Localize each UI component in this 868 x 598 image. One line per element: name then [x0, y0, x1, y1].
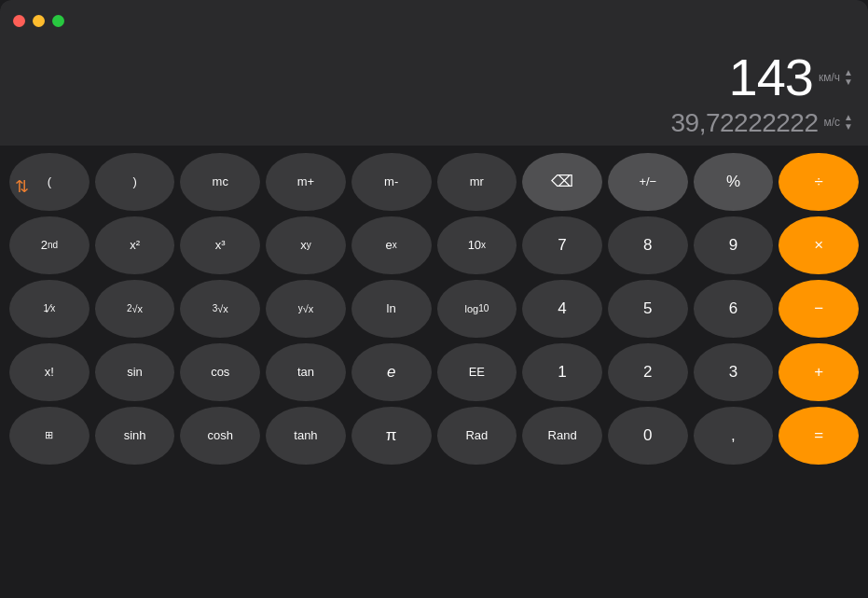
decimal-button[interactable]: , — [694, 407, 774, 465]
memory-recall-button[interactable]: mr — [437, 153, 517, 211]
main-unit-label: км/ч — [819, 71, 840, 84]
titlebar — [0, 0, 868, 41]
one-button[interactable]: 1 — [522, 343, 602, 401]
nine-button[interactable]: 9 — [694, 216, 774, 274]
close-button[interactable] — [13, 15, 25, 27]
display-area: 143 км/ч ▲ ▼ 39,72222222 м/с ▲ ▼ — [0, 41, 868, 146]
cube-button[interactable]: x³ — [180, 216, 260, 274]
rand-button[interactable]: Rand — [522, 407, 602, 465]
factorial-button[interactable]: x! — [9, 343, 90, 401]
backspace-button[interactable]: ⌫ — [522, 153, 602, 211]
scientific-e-button[interactable]: EE — [437, 343, 517, 401]
conversion-unit-stepper[interactable]: ▲ ▼ — [844, 113, 853, 132]
zero-button[interactable]: 0 — [608, 407, 688, 465]
seven-button[interactable]: 7 — [522, 216, 602, 274]
natural-log-button[interactable]: ln — [351, 280, 432, 338]
memory-subtract-button[interactable]: m- — [351, 153, 432, 211]
cos-button[interactable]: cos — [180, 343, 260, 401]
converter-button[interactable]: ⊞ — [9, 407, 90, 465]
log10-button[interactable]: log10 — [437, 280, 517, 338]
conversion-unit-label: м/с — [824, 116, 841, 129]
main-unit-stepper[interactable]: ▲ ▼ — [844, 68, 853, 87]
rad-button[interactable]: Rad — [437, 407, 517, 465]
button-row-3: 1⁄x 2√x 3√x y√x ln log10 4 5 6 − — [9, 280, 859, 338]
ten-power-button[interactable]: 10x — [437, 216, 517, 274]
plus-minus-button[interactable]: +/− — [608, 153, 688, 211]
button-row-5: ⊞ sinh cosh tanh π Rad Rand 0 , = — [9, 407, 859, 465]
divide-button[interactable]: ÷ — [778, 153, 859, 211]
sort-icon[interactable]: ⇅ — [15, 176, 29, 197]
square-button[interactable]: x² — [95, 216, 175, 274]
eight-button[interactable]: 8 — [608, 216, 688, 274]
y-root-button[interactable]: y√x — [266, 280, 346, 338]
pi-button[interactable]: π — [351, 407, 432, 465]
add-button[interactable]: + — [778, 343, 859, 401]
five-button[interactable]: 5 — [608, 280, 688, 338]
square-root-button[interactable]: 2√x — [95, 280, 175, 338]
power-button[interactable]: xy — [266, 216, 346, 274]
six-button[interactable]: 6 — [694, 280, 774, 338]
main-display: 143 — [729, 49, 813, 106]
minimize-button[interactable] — [33, 15, 45, 27]
memory-clear-button[interactable]: mc — [180, 153, 260, 211]
euler-button[interactable]: e — [351, 343, 432, 401]
reciprocal-button[interactable]: 1⁄x — [9, 280, 90, 338]
exp-button[interactable]: ex — [351, 216, 432, 274]
equals-button[interactable]: = — [778, 407, 859, 465]
conversion-display: 39,72222222 — [670, 108, 818, 138]
three-button[interactable]: 3 — [694, 343, 774, 401]
buttons-area: ( ) mc m+ m- mr ⌫ +/− % ÷ 2nd x² x³ xy e… — [0, 146, 868, 472]
button-row-4: x! sin cos tan e EE 1 2 3 + — [9, 343, 859, 401]
memory-add-button[interactable]: m+ — [266, 153, 346, 211]
cosh-button[interactable]: cosh — [180, 407, 260, 465]
sin-button[interactable]: sin — [95, 343, 175, 401]
cube-root-button[interactable]: 3√x — [180, 280, 260, 338]
close-paren-button[interactable]: ) — [95, 153, 175, 211]
tanh-button[interactable]: tanh — [266, 407, 346, 465]
second-button[interactable]: 2nd — [9, 216, 90, 274]
subtract-button[interactable]: − — [778, 280, 859, 338]
tan-button[interactable]: tan — [266, 343, 346, 401]
sinh-button[interactable]: sinh — [95, 407, 175, 465]
multiply-button[interactable]: × — [778, 216, 859, 274]
two-button[interactable]: 2 — [608, 343, 688, 401]
percent-button[interactable]: % — [694, 153, 774, 211]
display-wrapper: 143 км/ч ▲ ▼ 39,72222222 м/с ▲ ▼ ⇅ — [0, 41, 868, 146]
maximize-button[interactable] — [52, 15, 64, 27]
button-row-2: 2nd x² x³ xy ex 10x 7 8 9 × — [9, 216, 859, 274]
four-button[interactable]: 4 — [522, 280, 602, 338]
button-row-1: ( ) mc m+ m- mr ⌫ +/− % ÷ — [9, 153, 859, 211]
